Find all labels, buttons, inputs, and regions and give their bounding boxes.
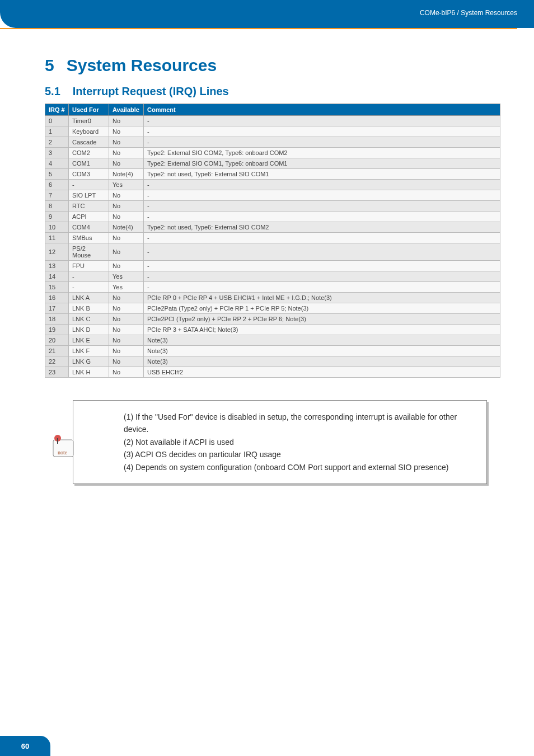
svg-rect-2 (57, 438, 58, 444)
cell-irq: 5 (45, 169, 69, 180)
cell-used: Cascade (69, 137, 109, 148)
cell-comment: - (144, 116, 500, 126)
note-icon: note (50, 434, 77, 461)
section-number: 5.1 (45, 85, 60, 97)
table-row: 2CascadeNo- (45, 137, 500, 148)
cell-avail: No (109, 314, 144, 325)
cell-irq: 17 (45, 303, 69, 314)
cell-avail: No (109, 243, 144, 261)
cell-irq: 12 (45, 243, 69, 261)
cell-irq: 4 (45, 158, 69, 169)
cell-irq: 0 (45, 116, 69, 126)
cell-used: LNK G (69, 356, 109, 367)
cell-comment: - (144, 180, 500, 190)
cell-used: LNK A (69, 293, 109, 303)
header-bar: COMe-bIP6 / System Resources (0, 0, 534, 28)
cell-avail: No (109, 148, 144, 158)
col-comment: Comment (144, 104, 500, 116)
cell-used: - (69, 180, 109, 190)
table-row: 8RTCNo- (45, 201, 500, 212)
col-available: Available (109, 104, 144, 116)
cell-avail: No (109, 158, 144, 169)
table-row: 19LNK DNoPCIe RP 3 + SATA AHCI; Note(3) (45, 325, 500, 335)
section-title: Interrupt Request (IRQ) Lines (73, 85, 229, 97)
cell-irq: 8 (45, 201, 69, 212)
cell-avail: No (109, 335, 144, 346)
cell-comment: - (144, 282, 500, 293)
table-row: 22LNK GNoNote(3) (45, 356, 500, 367)
cell-irq: 15 (45, 282, 69, 293)
cell-irq: 16 (45, 293, 69, 303)
cell-avail: No (109, 356, 144, 367)
table-row: 1KeyboardNo- (45, 126, 500, 137)
note-line-1: (1) If the "Used For" device is disabled… (124, 411, 471, 436)
cell-comment: - (144, 212, 500, 222)
cell-avail: Note(4) (109, 169, 144, 180)
section-heading: 5.1Interrupt Request (IRQ) Lines (45, 85, 500, 98)
cell-irq: 10 (45, 222, 69, 233)
cell-avail: No (109, 201, 144, 212)
cell-comment: PCIe RP 0 + PCIe RP 4 + USB EHCI#1 + Int… (144, 293, 500, 303)
page-number: 60 (0, 736, 50, 756)
cell-irq: 3 (45, 148, 69, 158)
cell-avail: No (109, 126, 144, 137)
cell-comment: USB EHCI#2 (144, 367, 500, 378)
cell-irq: 20 (45, 335, 69, 346)
cell-avail: No (109, 233, 144, 243)
cell-used: LNK H (69, 367, 109, 378)
cell-irq: 21 (45, 346, 69, 356)
table-row: 7SIO LPTNo- (45, 190, 500, 201)
cell-used: LNK F (69, 346, 109, 356)
cell-used: COM4 (69, 222, 109, 233)
cell-comment: PCIe2Pata (Type2 only) + PCIe RP 1 + PCI… (144, 303, 500, 314)
cell-irq: 14 (45, 271, 69, 282)
cell-used: - (69, 271, 109, 282)
svg-text:note: note (58, 449, 68, 456)
cell-comment: Note(3) (144, 356, 500, 367)
cell-avail: No (109, 346, 144, 356)
cell-used: LNK B (69, 303, 109, 314)
cell-used: COM3 (69, 169, 109, 180)
cell-avail: No (109, 325, 144, 335)
cell-used: RTC (69, 201, 109, 212)
table-row: 18LNK CNoPCIe2PCI (Type2 only) + PCIe RP… (45, 314, 500, 325)
cell-comment: - (144, 137, 500, 148)
cell-comment: - (144, 243, 500, 261)
cell-comment: Note(3) (144, 335, 500, 346)
col-used-for: Used For (69, 104, 109, 116)
cell-comment: - (144, 126, 500, 137)
cell-comment: Type2: not used, Type6: External SIO COM… (144, 169, 500, 180)
cell-comment: - (144, 233, 500, 243)
table-row: 0Timer0No- (45, 116, 500, 126)
cell-irq: 6 (45, 180, 69, 190)
cell-irq: 2 (45, 137, 69, 148)
cell-used: PS/2 Mouse (69, 243, 109, 261)
cell-avail: No (109, 190, 144, 201)
cell-used: FPU (69, 261, 109, 271)
cell-avail: Yes (109, 282, 144, 293)
cell-avail: Yes (109, 271, 144, 282)
table-row: 15-Yes- (45, 282, 500, 293)
breadcrumb: COMe-bIP6 / System Resources (420, 9, 517, 17)
cell-avail: No (109, 116, 144, 126)
cell-used: COM1 (69, 158, 109, 169)
cell-comment: Type2: External SIO COM1, Type6: onboard… (144, 158, 500, 169)
cell-comment: Type2: not used, Type6: External SIO COM… (144, 222, 500, 233)
table-row: 4COM1NoType2: External SIO COM1, Type6: … (45, 158, 500, 169)
cell-irq: 11 (45, 233, 69, 243)
cell-avail: No (109, 212, 144, 222)
cell-used: Timer0 (69, 116, 109, 126)
cell-avail: No (109, 367, 144, 378)
cell-avail: Yes (109, 180, 144, 190)
table-row: 9ACPINo- (45, 212, 500, 222)
note-line-3: (3) ACPI OS decides on particular IRQ us… (124, 448, 471, 461)
cell-comment: - (144, 201, 500, 212)
cell-comment: - (144, 271, 500, 282)
table-row: 6-Yes- (45, 180, 500, 190)
table-row: 20LNK ENoNote(3) (45, 335, 500, 346)
page-content: 5System Resources 5.1Interrupt Request (… (0, 28, 534, 484)
cell-used: COM2 (69, 148, 109, 158)
table-row: 12PS/2 MouseNo- (45, 243, 500, 261)
note-line-4: (4) Depends on system configuration (onb… (124, 461, 471, 473)
table-header-row: IRQ # Used For Available Comment (45, 104, 500, 116)
